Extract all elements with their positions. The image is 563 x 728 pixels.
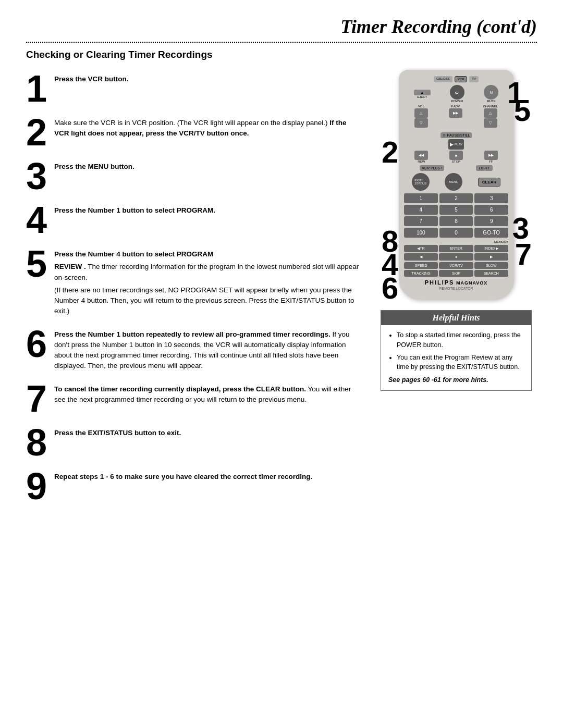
step-7-bold: To cancel the timer recording currently … [54,385,306,393]
section-divider [26,42,537,43]
step-4-number: 4 [26,201,47,239]
cbl-dss-button[interactable]: CBL/DSS [434,76,452,82]
play-button[interactable]: ▶ PLAY [448,139,464,150]
exit-status-button[interactable]: EXIT/STATUS [412,173,430,191]
step-7-content: To cancel the timer recording currently … [54,380,360,408]
vcr-button[interactable]: VCR [455,76,468,82]
brand-philips: PHILIPS MAGNAVOX [404,279,508,286]
tv-button[interactable]: TV [469,76,479,82]
step-1-content: Press the VCR button. [54,70,360,87]
rew-ff-row: ◀◀ REW ■ STOP ▶▶ FF [404,151,508,163]
ff-label: FF [489,160,493,163]
step-3-text: Press the MENU button. [54,163,134,170]
step-7-text: To cancel the timer recording currently … [54,384,360,405]
step-6-bold: Press the Number 1 button repeatedly to … [54,330,331,338]
menu-button[interactable]: MENU [445,173,462,191]
step-9-bold: Repeat steps 1 - 6 to make sure you have… [54,473,312,480]
step-2: 2 Make sure the VCR is in VCR position. … [26,114,360,151]
tracking-button[interactable]: TRACKING [404,270,438,277]
vol-up-button[interactable]: △ [414,108,428,118]
ch-down-button[interactable]: ▽ [484,118,497,128]
play-row: ▶ PLAY [404,139,508,150]
step-4-text: Press the Number 1 button to select PROG… [54,206,215,214]
num7-button[interactable]: 7 [404,216,438,226]
search-button[interactable]: SEARCH [474,270,508,277]
nav-center[interactable]: ● [439,253,473,261]
nav-right[interactable]: ▶ [474,253,508,261]
num5-button[interactable]: 5 [439,205,473,215]
vcr-tv-button[interactable]: VCR/TV [439,262,473,269]
speed-button[interactable]: SPEED [404,262,438,269]
eject-button[interactable]: ▲ [414,90,431,95]
num3-button[interactable]: 3 [474,193,508,203]
overlay-num-7: 7 [515,237,532,272]
step-5-bold: Press the Number 4 button to select PROG… [54,250,213,258]
skip-button[interactable]: SKIP [439,270,473,277]
num4-button[interactable]: 4 [404,205,438,215]
step-8-text: Press the EXIT/STATUS button to exit. [54,429,181,437]
step-1-text: Press the VCR button. [54,75,129,83]
rotr-button[interactable]: ◀TR [404,245,438,252]
memory-label: MEMORY [404,240,508,243]
rew-label: REW [418,160,425,163]
step-9-content: Repeat steps 1 - 6 to make sure you have… [54,467,360,484]
num8-button[interactable]: 8 [439,216,473,226]
ch-up-button[interactable]: △ [484,108,497,118]
page-header: Timer Recording (cont'd) [26,16,537,38]
step-9-text: Repeat steps 1 - 6 to make sure you have… [54,472,360,482]
power-label: POWER [451,100,463,103]
channel-label: CHANNEL [483,105,498,108]
section-heading: Checking or Clearing Timer Recordings [26,49,537,60]
exit-menu-clear-row: EXIT/STATUS MENU CLEAR [404,173,508,191]
step-2-number: 2 [26,114,47,151]
step-7: 7 To cancel the timer recording currentl… [26,380,360,417]
ff-button[interactable]: ▶▶ [484,151,498,160]
num9-button[interactable]: 9 [474,216,508,226]
step-6-content: Press the Number 1 button repeatedly to … [54,325,360,374]
num1-button[interactable]: 1 [404,193,438,203]
nav-left[interactable]: ◀ [404,253,438,261]
step-5-content: Press the Number 4 button to select PROG… [54,245,360,319]
num6-button[interactable]: 6 [474,205,508,215]
step-8-number: 8 [26,424,47,461]
mute-button[interactable]: M [484,85,498,100]
hints-content: To stop a started timer recording, press… [381,325,531,390]
step-5-review-word: REVIEW . [54,263,86,270]
step-3: 3 Press the MENU button. [26,157,360,195]
overlay-num-5: 5 [514,93,531,128]
num100-button[interactable]: 100 [404,228,438,238]
fadv-label: F.ADV [451,105,460,108]
remote-control: CBL/DSS VCR TV ▲ EJECT ⏻ POWER [399,70,513,300]
vcrplus-light-row: VCR PLUS+ LIGHT [404,165,508,171]
vol-label: VOL [418,105,424,108]
stop-button[interactable]: ■ [449,151,463,160]
step-2-normal: Make sure the VCR is in VCR position. (T… [54,119,329,127]
step-6-text: Press the Number 1 button repeatedly to … [54,329,360,372]
num2-button[interactable]: 2 [439,193,473,203]
hints-title: Helpful Hints [381,311,531,325]
vcrplus-button[interactable]: VCR PLUS+ [420,165,444,171]
overlay-num-3: 3 [512,211,529,245]
light-button[interactable]: LIGHT [476,165,493,171]
index-button[interactable]: INDEX▶ [474,245,508,252]
power-button[interactable]: ⏻ [450,85,464,100]
step-6-number: 6 [26,325,47,363]
pause-still-button[interactable]: ⏸ PAUSE/STILL [440,132,472,138]
goto-button[interactable]: GO-TO [474,228,508,238]
step-5-number: 5 [26,245,47,282]
fadv-button[interactable]: ▶▶ [449,108,462,118]
num0-button[interactable]: 0 [439,228,473,238]
bottom-controls: SPEED VCR/TV SLOW TRACKING SKIP SEARCH [404,262,508,277]
enter-button[interactable]: ENTER [439,245,473,252]
vol-down-button[interactable]: ▽ [414,118,428,128]
clear-button[interactable]: CLEAR [478,178,501,187]
step-5-parens: (If there are no timer recordings set, N… [54,285,360,317]
overlay-num-8: 8 [382,224,398,258]
right-column: 1 3 7 5 8 4 6 2 CBL/DSS VCR TV [375,70,537,511]
slow-button[interactable]: SLOW [474,262,508,269]
page-title: Timer Recording (cont'd) [340,16,537,37]
see-pages: See pages 60 -61 for more hints. [388,375,524,385]
step-7-number: 7 [26,380,47,417]
rew-button[interactable]: ◀◀ [414,151,428,160]
step-3-number: 3 [26,157,47,195]
